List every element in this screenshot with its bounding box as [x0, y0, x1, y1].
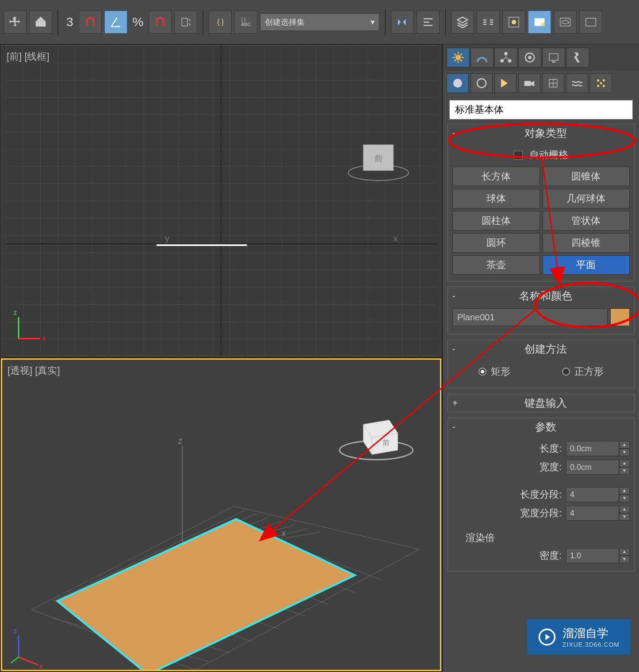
render-button[interactable] — [579, 11, 602, 34]
radio-off-icon — [562, 368, 570, 376]
rollout-header-object-type[interactable]: - 对象类型 — [448, 124, 634, 142]
category-label: 标准基本体 — [455, 103, 504, 116]
geometry-category-dropdown[interactable]: 标准基本体 — [449, 100, 633, 119]
selection-set-dropdown[interactable]: 创建选择集 ▾ — [260, 13, 379, 31]
spinner-up-icon[interactable]: ▲ — [619, 441, 630, 449]
render-setup-button[interactable] — [554, 11, 577, 34]
svg-text:z: z — [13, 627, 17, 634]
viewport-perspective[interactable]: [透视] [真实] — [1, 358, 441, 672]
watermark-badge: 溜溜自学 ZIXUE.3D66.COM — [527, 619, 630, 654]
object-color-swatch[interactable] — [610, 308, 630, 326]
primitive-tube[interactable]: 管状体 — [543, 211, 630, 230]
svg-point-3 — [512, 20, 516, 24]
spinner-up-icon[interactable]: ▲ — [619, 487, 630, 495]
svg-text:y: y — [165, 234, 169, 243]
subtab-cameras[interactable] — [518, 73, 540, 93]
separator — [445, 9, 446, 35]
primitive-teapot[interactable]: 茶壶 — [452, 255, 540, 275]
play-icon — [538, 628, 556, 646]
length-segs-spinner[interactable]: 4 ▲▼ — [566, 487, 630, 502]
svg-text:x: x — [42, 334, 46, 342]
rollout-header-keyboard-entry[interactable]: + 键盘输入 — [448, 394, 634, 412]
length-spinner[interactable]: 0.0cm ▲▼ — [566, 441, 630, 456]
primitive-cylinder[interactable]: 圆柱体 — [452, 211, 540, 230]
named-sel-abc-button[interactable]: { }ABC — [234, 11, 257, 34]
tab-hierarchy[interactable] — [494, 48, 517, 67]
tab-utilities[interactable] — [566, 48, 589, 67]
top-toolbar: 3 % { } { }ABC 创建选择集 ▾ — [0, 0, 639, 44]
spinner-down-icon[interactable]: ▼ — [619, 513, 630, 521]
svg-line-37 — [454, 54, 456, 55]
rollout-title: 参数 — [461, 420, 630, 434]
svg-text:z: z — [178, 435, 183, 445]
layers-button[interactable] — [451, 11, 474, 34]
spinner-up-icon[interactable]: ▲ — [619, 506, 630, 513]
snap-toggle-button[interactable] — [79, 11, 102, 34]
subtab-geometry[interactable] — [447, 73, 469, 93]
density-spinner[interactable]: 1.0 ▲▼ — [566, 548, 630, 563]
scene-explorer-button[interactable] — [502, 11, 525, 34]
svg-text:x: x — [394, 234, 398, 243]
spinner-down-icon[interactable]: ▼ — [619, 467, 630, 475]
rollout-header-parameters[interactable]: - 参数 — [448, 418, 634, 436]
rollout-header-creation-method[interactable]: - 创建方法 — [448, 340, 634, 358]
subtab-systems[interactable] — [590, 73, 612, 93]
spinner-down-icon[interactable]: ▼ — [619, 449, 630, 456]
radio-rectangle[interactable]: 矩形 — [478, 365, 510, 378]
length-segs-label: 长度分段: — [520, 488, 562, 501]
named-sel-edit-button[interactable]: { } — [209, 11, 232, 34]
primitive-geosphere[interactable]: 几何球体 — [543, 189, 630, 208]
object-button[interactable] — [29, 11, 52, 34]
spinner-snap-button[interactable] — [174, 11, 197, 34]
align-button[interactable] — [417, 11, 440, 34]
subtab-shapes[interactable] — [471, 73, 493, 93]
svg-text:x: x — [39, 662, 43, 669]
move-axis-button[interactable] — [4, 11, 27, 34]
viewport-front[interactable]: [前] [线框] y x 前 — [1, 45, 441, 357]
primitive-box[interactable]: 长方体 — [452, 167, 540, 186]
angle-snap-button[interactable] — [104, 11, 127, 34]
primitive-cone[interactable]: 圆锥体 — [543, 167, 630, 186]
svg-point-57 — [603, 85, 605, 87]
primitive-torus[interactable]: 圆环 — [452, 233, 540, 253]
autogrid-checkbox[interactable]: 自动栅格 — [452, 146, 630, 167]
svg-line-29 — [11, 657, 19, 663]
tab-create[interactable] — [447, 48, 470, 67]
rollout-toggle-icon: + — [452, 398, 461, 408]
primitive-sphere[interactable]: 球体 — [452, 189, 540, 208]
primitive-pyramid[interactable]: 四棱锥 — [543, 233, 630, 253]
width-segs-spinner[interactable]: 4 ▲▼ — [566, 506, 630, 521]
tab-modify[interactable] — [471, 48, 494, 67]
svg-text:前: 前 — [375, 154, 383, 163]
svg-point-56 — [597, 85, 599, 87]
radio-square[interactable]: 正方形 — [562, 365, 604, 378]
schematic-view-button[interactable] — [477, 11, 500, 34]
rollout-title: 名称和颜色 — [461, 289, 630, 303]
width-spinner[interactable]: 0.0cm ▲▼ — [566, 460, 630, 475]
spinner-down-icon[interactable]: ▼ — [619, 495, 630, 502]
rollout-title: 对象类型 — [461, 126, 630, 140]
object-name-input[interactable]: Plane001 — [452, 308, 608, 326]
spinner-down-icon[interactable]: ▼ — [619, 556, 630, 563]
material-editor-button[interactable] — [528, 11, 551, 34]
subtab-spacewarps[interactable] — [566, 73, 588, 93]
svg-rect-7 — [586, 18, 596, 26]
length-label: 长度: — [540, 442, 562, 455]
tab-motion[interactable] — [518, 48, 541, 67]
spinner-up-icon[interactable]: ▲ — [619, 548, 630, 556]
rollout-title: 键盘输入 — [461, 396, 630, 410]
separator — [203, 9, 203, 35]
svg-point-5 — [541, 23, 545, 26]
primitive-plane[interactable]: 平面 — [543, 255, 630, 275]
rollout-creation-method: - 创建方法 矩形 正方形 — [448, 340, 635, 388]
rollout-header-name-color[interactable]: - 名称和颜色 — [448, 287, 634, 305]
width-segs-label: 宽度分段: — [520, 507, 562, 520]
mirror-button[interactable] — [391, 11, 414, 34]
subtab-helpers[interactable] — [542, 73, 564, 93]
svg-point-54 — [597, 79, 599, 81]
percent-snap-button[interactable] — [149, 11, 172, 34]
subtab-lights[interactable] — [494, 73, 517, 93]
rollout-toggle-icon: - — [452, 422, 461, 432]
tab-display[interactable] — [542, 48, 565, 67]
spinner-up-icon[interactable]: ▲ — [619, 460, 630, 467]
